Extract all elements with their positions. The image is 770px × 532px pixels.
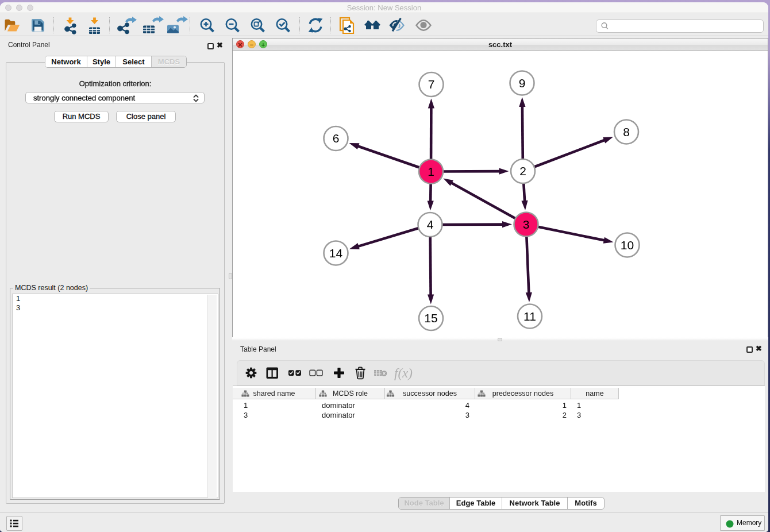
svg-text:10: 10 [621, 238, 634, 252]
svg-text:15: 15 [424, 311, 437, 325]
svg-text:3: 3 [523, 218, 530, 231]
svg-text:6: 6 [333, 132, 340, 145]
svg-text:1: 1 [428, 165, 434, 178]
svg-text:7: 7 [428, 78, 435, 91]
svg-text:9: 9 [519, 76, 526, 90]
svg-text:4: 4 [427, 218, 434, 231]
svg-text:2: 2 [519, 164, 526, 178]
svg-text:f(x): f(x) [394, 366, 413, 380]
svg-text:14: 14 [329, 246, 343, 260]
svg-text:11: 11 [523, 310, 536, 323]
svg-text:8: 8 [623, 125, 630, 138]
